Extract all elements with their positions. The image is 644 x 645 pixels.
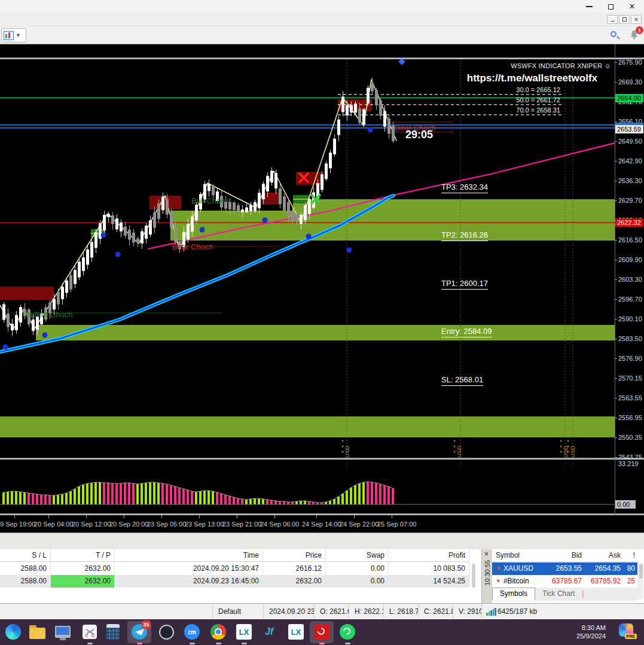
table-cell: 2588.00 — [0, 575, 51, 588]
market-watch-scrollbar[interactable] — [638, 562, 643, 600]
table-scrollbar[interactable] — [472, 564, 475, 588]
taskbar-icon-obs-studio[interactable] — [157, 623, 175, 641]
svg-text:USD: USD — [344, 446, 350, 458]
table-cell: 2024.09.23 16:45:00 — [115, 575, 263, 588]
bear-choch-label-mid: Bear Choch — [172, 242, 213, 251]
table-header-cell[interactable]: Profit — [389, 549, 469, 562]
taskbar-icon-zoom[interactable]: zm — [183, 623, 201, 641]
table-header-cell[interactable]: Price — [263, 549, 326, 562]
time-axis-tick — [161, 515, 162, 518]
chart-type-button[interactable]: ▼ — [1, 28, 26, 42]
red-price-badge: 2622.32 — [615, 218, 643, 227]
search-icon[interactable] — [610, 31, 621, 41]
price-axis-tick — [615, 299, 617, 300]
table-cell: 2616.12 — [263, 562, 326, 575]
table-header-cell[interactable]: S / L — [0, 549, 51, 562]
market-watch-header-cell[interactable]: ! — [623, 549, 637, 562]
price-axis-label: 2590.10 — [618, 315, 642, 323]
price-axis-label: 2636.30 — [618, 177, 642, 185]
mdi-close-button[interactable]: × — [631, 15, 642, 24]
time-axis-label: 23 Sep 13:00 — [185, 521, 224, 528]
market-watch-header-cell[interactable]: Ask — [584, 549, 623, 562]
table-cell: 2632.00 — [51, 562, 115, 575]
notification-bell[interactable]: 1 — [629, 29, 639, 42]
table-header-cell[interactable]: T / P — [51, 549, 115, 562]
taskbar-icon-chrome[interactable] — [209, 623, 227, 641]
indicator-zero-badge: 0.00 — [615, 500, 636, 509]
market-watch-header-cell[interactable]: Bid — [547, 549, 584, 562]
table-header-cell[interactable]: Time — [115, 549, 263, 562]
price-axis-label: 2629.70 — [618, 196, 642, 205]
time-axis-tick — [237, 515, 237, 518]
window-restore-button[interactable] — [600, 0, 621, 13]
price-axis-label: 2576.90 — [618, 354, 642, 363]
taskbar-icon-snipping-tool[interactable] — [81, 623, 99, 641]
symbol-arrow-icon: ▼ — [496, 562, 501, 575]
server-time: 10:30:55 — [484, 560, 491, 586]
close-icon: × — [629, 2, 634, 11]
price-axis-label: 2649.50 — [618, 137, 642, 145]
table-cell: 2588.00 — [0, 562, 51, 575]
table-row[interactable]: 2588.002632.002024.09.20 15:30:472616.12… — [0, 562, 469, 575]
spread-value: 80 — [623, 562, 637, 575]
taskbar-icon-remote-desktop[interactable] — [54, 623, 72, 641]
sl-level-label: SL: 2568.01 — [441, 375, 483, 386]
running-indicator — [190, 643, 195, 644]
time-axis-label: 23 Sep 05:00 — [147, 521, 186, 528]
panel-close-icon[interactable]: × — [484, 550, 489, 558]
taskbar-icon-jforex[interactable]: Jf — [260, 623, 278, 641]
taskbar-icon-whatsapp[interactable] — [338, 623, 356, 641]
window-titlebar: × — [0, 0, 644, 13]
table-header-cell[interactable]: Swap — [326, 549, 389, 562]
market-watch-row[interactable]: ▼XAUUSD2653.552654.3580 — [492, 562, 637, 575]
telegram-link-watermark: https://t.me/wallstreetwolfx — [467, 72, 597, 84]
running-indicator — [319, 643, 325, 644]
price-axis-tick — [615, 437, 617, 438]
trade-history-table[interactable]: S / LT / PTimePriceSwapProfit 2588.00263… — [0, 549, 481, 603]
time-axis-label: 20 Sep 20:00 — [109, 521, 148, 528]
price-axis-tick — [615, 200, 617, 201]
taskbar-icon-trading-app-lx2[interactable]: LX — [287, 623, 305, 641]
mdi-window-controls: × — [607, 15, 642, 24]
market-watch-header-cell[interactable]: Symbol — [492, 549, 547, 562]
desktop: × × ▼ 1 ***USD***USD***USD***USD 2675.90… — [0, 0, 644, 645]
taskbar-icon-mt4[interactable] — [313, 623, 331, 641]
time-axis[interactable]: 9 Sep 19:0020 Sep 04:0020 Sep 12:0020 Se… — [0, 515, 644, 533]
time-axis-label: 25 Sep 07:00 — [377, 521, 416, 528]
price-axis-tick — [615, 82, 617, 83]
taskbar-icon-calculator[interactable] — [104, 623, 122, 641]
taskbar-badge: 25 — [142, 620, 151, 629]
indicator-pane[interactable] — [0, 460, 615, 513]
price-axis-label: 2669.30 — [618, 78, 642, 86]
window-minimize-button[interactable] — [578, 0, 600, 13]
indicator-separator-top[interactable] — [0, 458, 644, 460]
window-close-button[interactable]: × — [621, 0, 643, 13]
mdi-restore-button[interactable] — [619, 15, 630, 24]
price-axis-label: 2616.50 — [618, 236, 642, 244]
price-axis-tick — [615, 62, 617, 63]
price-axis-label: 2570.15 — [618, 374, 642, 382]
tab-tick-chart[interactable]: Tick Chart — [535, 588, 582, 600]
status-traffic-cell — [481, 604, 577, 619]
mdi-minimize-button[interactable] — [607, 15, 618, 24]
price-axis-tick — [615, 319, 617, 320]
time-axis-label: 24 Sep 22:00 — [340, 521, 379, 528]
taskbar-icon-edge[interactable] — [4, 623, 22, 641]
price-axis-label: 2556.95 — [618, 413, 642, 422]
price-axis-label: 2596.70 — [618, 295, 642, 303]
price-axis-label: 2642.90 — [618, 157, 642, 165]
taskbar-clock[interactable]: 8:30 AM 25/9/2024 — [576, 623, 606, 640]
taskbar-icon-file-explorer[interactable] — [28, 623, 46, 641]
table-row[interactable]: 2588.002632.002024.09.23 16:45:002632.00… — [0, 575, 469, 588]
price-axis-tick — [615, 161, 617, 162]
price-axis-tick — [615, 358, 617, 359]
time-axis-label: 9 Sep 19:00 — [0, 521, 35, 528]
tab-symbols[interactable]: Symbols — [492, 588, 535, 600]
market-watch-header: SymbolBidAsk! — [492, 549, 637, 562]
running-indicator — [87, 643, 93, 644]
market-watch-row[interactable]: ▼#Bitcoin63785.6763785.9225 — [492, 575, 637, 588]
time-axis-tick — [274, 515, 275, 518]
taskbar-icon-trading-app-lx[interactable]: LX — [235, 623, 253, 641]
time-axis-tick — [14, 515, 15, 518]
market-watch-panel[interactable]: SymbolBidAsk! ▼XAUUSD2653.552654.3580▼#B… — [492, 549, 644, 603]
